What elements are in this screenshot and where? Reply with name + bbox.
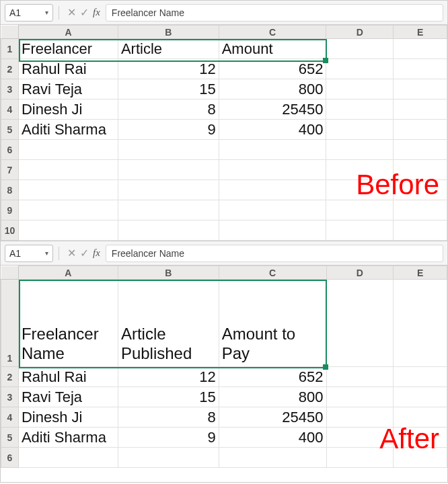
cell-d3[interactable] [326, 387, 394, 407]
separator [59, 247, 59, 260]
cell-e5[interactable] [394, 120, 447, 140]
formula-bar-icons: ✕ ✓ fx [65, 6, 103, 19]
cancel-icon[interactable]: ✕ [67, 247, 76, 259]
col-header-b[interactable]: B [118, 266, 219, 280]
fx-icon[interactable]: fx [93, 247, 100, 259]
cell-c1[interactable]: Amount [219, 39, 326, 59]
cell-e1[interactable] [394, 39, 447, 59]
accept-icon[interactable]: ✓ [80, 247, 89, 259]
row-header[interactable]: 9 [1, 200, 19, 220]
name-box-value: A1 [9, 248, 21, 259]
cell-e1[interactable] [394, 280, 447, 367]
row-header[interactable]: 5 [1, 428, 19, 448]
row-header[interactable]: 8 [1, 180, 19, 200]
select-all-corner[interactable] [1, 26, 19, 39]
cell-a4[interactable]: Dinesh Ji [18, 407, 118, 428]
cell-d1[interactable] [326, 39, 394, 59]
cell-e4[interactable] [394, 407, 447, 428]
row-header[interactable]: 10 [1, 220, 19, 241]
formula-bar: A1 ▾ ✕ ✓ fx Freelancer Name [1, 241, 447, 266]
row-header[interactable]: 2 [1, 59, 19, 79]
cell-b4[interactable]: 8 [118, 99, 219, 120]
cell-d2[interactable] [326, 367, 394, 387]
cell-a3[interactable]: Ravi Teja [18, 79, 118, 99]
row-header[interactable]: 6 [1, 448, 19, 468]
cell-c3[interactable]: 800 [219, 79, 326, 99]
cell-e5[interactable] [394, 428, 447, 448]
cell-b2[interactable]: 12 [118, 367, 219, 387]
cell-a4[interactable]: Dinesh Ji [18, 99, 118, 120]
row-header[interactable]: 4 [1, 407, 19, 428]
cell-b5[interactable]: 9 [118, 120, 219, 140]
cell-b1[interactable]: Article [118, 39, 219, 59]
cell-d5[interactable] [326, 428, 394, 448]
cell-c3[interactable]: 800 [219, 387, 326, 407]
cell-b3[interactable]: 15 [118, 387, 219, 407]
cell-b5[interactable]: 9 [118, 428, 219, 448]
cancel-icon[interactable]: ✕ [67, 6, 76, 19]
row-header[interactable]: 1 [1, 280, 19, 367]
cell-d4[interactable] [326, 407, 394, 428]
cell-c1[interactable]: Amount to Pay [219, 280, 326, 367]
cell-c5[interactable]: 400 [219, 120, 326, 140]
col-header-d[interactable]: D [326, 26, 394, 39]
formula-input[interactable]: Freelancer Name [106, 4, 443, 22]
row-header[interactable]: 1 [1, 39, 19, 59]
cell-d1[interactable] [326, 280, 394, 367]
cell-d2[interactable] [326, 59, 394, 79]
cell-a5[interactable]: Aditi Sharma [18, 120, 118, 140]
col-header-a[interactable]: A [18, 26, 118, 39]
spreadsheet-grid-before[interactable]: A B C D E 1 Freelancer Article Amount 2 … [1, 25, 447, 241]
cell-e3[interactable] [394, 79, 447, 99]
accept-icon[interactable]: ✓ [80, 6, 89, 19]
row-header[interactable]: 2 [1, 367, 19, 387]
cell-d3[interactable] [326, 79, 394, 99]
select-all-corner[interactable] [1, 266, 19, 280]
before-panel: A1 ▾ ✕ ✓ fx Freelancer Name A [0, 0, 448, 241]
cell-a2[interactable]: Rahul Rai [18, 59, 118, 79]
chevron-down-icon: ▾ [45, 9, 48, 16]
row-header[interactable]: 6 [1, 140, 19, 160]
cell-b1[interactable]: Article Published [118, 280, 219, 367]
cell-a5[interactable]: Aditi Sharma [18, 428, 118, 448]
col-header-c[interactable]: C [219, 266, 326, 280]
cell-a1[interactable]: Freelancer Name [18, 280, 118, 367]
name-box[interactable]: A1 ▾ [5, 4, 53, 22]
cell-a3[interactable]: Ravi Teja [18, 387, 118, 407]
cell-b3[interactable]: 15 [118, 79, 219, 99]
col-header-a[interactable]: A [18, 266, 118, 280]
formula-bar-icons: ✕ ✓ fx [65, 247, 103, 259]
cell-c4[interactable]: 25450 [219, 407, 326, 428]
cell-e4[interactable] [394, 99, 447, 120]
cell-e3[interactable] [394, 387, 447, 407]
row-header[interactable]: 3 [1, 79, 19, 99]
formula-input[interactable]: Freelancer Name [106, 245, 443, 262]
cell-d5[interactable] [326, 120, 394, 140]
cell-a1[interactable]: Freelancer [18, 39, 118, 59]
cell-e2[interactable] [394, 59, 447, 79]
formula-text: Freelancer Name [112, 7, 184, 18]
col-header-d[interactable]: D [326, 266, 394, 280]
col-header-e[interactable]: E [394, 26, 447, 39]
row-header[interactable]: 7 [1, 160, 19, 180]
row-header[interactable]: 4 [1, 99, 19, 120]
spreadsheet-grid-after[interactable]: A B C D E 1 Freelancer Name Article Publ… [1, 266, 447, 468]
cell-b2[interactable]: 12 [118, 59, 219, 79]
cell-c2[interactable]: 652 [219, 59, 326, 79]
cell-c5[interactable]: 400 [219, 428, 326, 448]
cell-a2[interactable]: Rahul Rai [18, 367, 118, 387]
cell-b4[interactable]: 8 [118, 407, 219, 428]
fx-icon[interactable]: fx [93, 7, 100, 18]
cell-c4[interactable]: 25450 [219, 99, 326, 120]
row-header[interactable]: 3 [1, 387, 19, 407]
row-header[interactable]: 5 [1, 120, 19, 140]
col-header-e[interactable]: E [394, 266, 447, 280]
name-box[interactable]: A1 ▾ [5, 245, 53, 262]
cell-c2[interactable]: 652 [219, 367, 326, 387]
cell-d4[interactable] [326, 99, 394, 120]
cell-e2[interactable] [394, 367, 447, 387]
col-header-c[interactable]: C [219, 26, 326, 39]
chevron-down-icon: ▾ [45, 249, 48, 257]
col-header-b[interactable]: B [118, 26, 219, 39]
separator [59, 6, 59, 19]
